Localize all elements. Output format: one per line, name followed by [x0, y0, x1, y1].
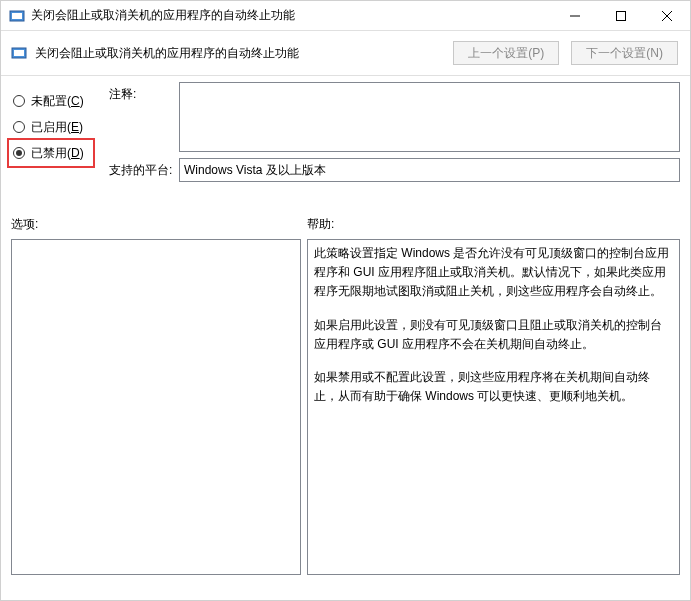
platform-label: 支持的平台: — [109, 158, 179, 182]
radio-icon — [13, 147, 25, 159]
svg-rect-3 — [617, 11, 626, 20]
options-label: 选项: — [11, 216, 307, 233]
help-pane: 此策略设置指定 Windows 是否允许没有可见顶级窗口的控制台应用程序和 GU… — [307, 239, 680, 575]
maximize-button[interactable] — [598, 1, 644, 30]
titlebar: 关闭会阻止或取消关机的应用程序的自动终止功能 — [1, 1, 690, 31]
radio-enabled[interactable]: 已启用(E) — [11, 114, 101, 140]
radio-group: 未配置(C) 已启用(E) 已禁用(D) — [11, 82, 101, 188]
comment-label: 注释: — [109, 82, 179, 152]
policy-icon — [11, 45, 27, 61]
divider — [1, 75, 690, 76]
config-area: 未配置(C) 已启用(E) 已禁用(D) 注释: 支持的平台: Windows … — [1, 80, 690, 188]
supported-platform: Windows Vista 及以上版本 — [179, 158, 680, 182]
close-button[interactable] — [644, 1, 690, 30]
svg-rect-1 — [12, 13, 22, 19]
radio-label: 未配置(C) — [31, 93, 84, 110]
svg-rect-7 — [14, 50, 24, 56]
platform-value: Windows Vista 及以上版本 — [184, 162, 326, 179]
help-text: 如果启用此设置，则没有可见顶级窗口且阻止或取消关机的控制台应用程序或 GUI 应… — [314, 316, 673, 354]
help-label: 帮助: — [307, 216, 680, 233]
radio-not-configured[interactable]: 未配置(C) — [11, 88, 101, 114]
radio-icon — [13, 121, 25, 133]
help-text: 如果禁用或不配置此设置，则这些应用程序将在关机期间自动终止，从而有助于确保 Wi… — [314, 368, 673, 406]
options-pane — [11, 239, 301, 575]
minimize-button[interactable] — [552, 1, 598, 30]
window-controls — [552, 1, 690, 30]
help-text: 此策略设置指定 Windows 是否允许没有可见顶级窗口的控制台应用程序和 GU… — [314, 244, 673, 302]
header-title: 关闭会阻止或取消关机的应用程序的自动终止功能 — [35, 45, 441, 62]
section-labels: 选项: 帮助: — [1, 188, 690, 239]
radio-icon — [13, 95, 25, 107]
radio-disabled[interactable]: 已禁用(D) — [9, 140, 93, 166]
app-icon — [9, 8, 25, 24]
window-title: 关闭会阻止或取消关机的应用程序的自动终止功能 — [31, 7, 552, 24]
radio-label: 已禁用(D) — [31, 145, 84, 162]
next-setting-button[interactable]: 下一个设置(N) — [571, 41, 678, 65]
header: 关闭会阻止或取消关机的应用程序的自动终止功能 上一个设置(P) 下一个设置(N) — [1, 31, 690, 75]
comment-input[interactable] — [179, 82, 680, 152]
prev-setting-button[interactable]: 上一个设置(P) — [453, 41, 559, 65]
radio-label: 已启用(E) — [31, 119, 83, 136]
